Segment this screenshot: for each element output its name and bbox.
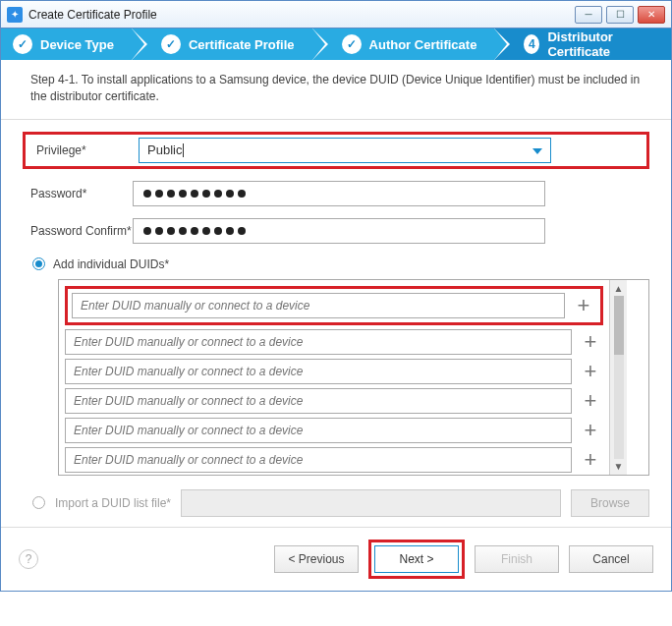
step-label: Device Type (40, 37, 114, 52)
password-confirm-input[interactable] (133, 218, 545, 244)
step-certificate-profile[interactable]: ✓ Certificate Profile (132, 28, 312, 60)
step-label: Author Certificate (369, 37, 477, 52)
maximize-button[interactable]: ☐ (606, 6, 634, 24)
scroll-down-icon: ▼ (614, 461, 624, 472)
wizard-stepper: ✓ Device Type ✓ Certificate Profile ✓ Au… (1, 28, 671, 60)
step-author-certificate[interactable]: ✓ Author Certificate (312, 28, 495, 60)
check-icon: ✓ (13, 34, 32, 54)
app-icon: ✦ (7, 7, 23, 23)
highlight-next: Next > (368, 540, 465, 579)
instruction-text: Step 4-1. To install applications to a S… (1, 60, 671, 120)
import-row: Import a DUID list file* Browse (32, 489, 649, 517)
scroll-up-icon: ▲ (614, 283, 624, 294)
radio-add-label: Add individual DUIDs* (53, 257, 169, 271)
window-buttons: ─ ☐ ✕ (575, 6, 665, 24)
step-label: Certificate Profile (189, 37, 295, 52)
radio-import-label: Import a DUID list file* (55, 496, 171, 510)
titlebar: ✦ Create Certificate Profile ─ ☐ ✕ (1, 1, 671, 28)
chevron-down-icon (532, 148, 542, 154)
import-file-input (181, 489, 561, 517)
add-duid-button[interactable]: + (578, 388, 603, 414)
help-icon[interactable]: ? (19, 549, 38, 569)
add-duid-button[interactable]: + (578, 447, 603, 473)
add-duid-button[interactable]: + (571, 293, 596, 318)
add-duid-button[interactable]: + (578, 359, 603, 384)
radio-add-duid[interactable]: Add individual DUIDs* (32, 257, 649, 271)
check-icon: ✓ (342, 34, 362, 54)
duid-input-5[interactable] (65, 447, 572, 473)
form-area: Privilege* Public Password* Password Con… (1, 120, 671, 527)
radio-icon (32, 257, 45, 270)
privilege-value: Public (147, 142, 182, 157)
next-button[interactable]: Next > (374, 545, 459, 573)
step-number: 4 (524, 34, 539, 54)
highlight-privilege: Privilege* Public (23, 132, 649, 169)
password-input[interactable] (133, 181, 545, 206)
previous-button[interactable]: < Previous (274, 545, 359, 573)
duid-input-1[interactable] (65, 329, 572, 355)
password-label: Password* (23, 187, 133, 200)
password-confirm-label: Password Confirm* (23, 224, 133, 238)
step-device-type[interactable]: ✓ Device Type (1, 28, 132, 60)
privilege-select[interactable]: Public (139, 138, 551, 163)
scrollbar[interactable]: ▲ ▼ (609, 280, 627, 475)
duid-input-4[interactable] (65, 418, 572, 443)
duid-list: + + + + + (59, 280, 609, 475)
duid-panel: + + + + + (58, 279, 649, 476)
footer: ? < Previous Next > Finish Cancel (1, 527, 671, 591)
add-duid-button[interactable]: + (578, 418, 603, 443)
step-distributor-certificate[interactable]: 4 Distributor Certificate (494, 28, 671, 60)
duid-input-3[interactable] (65, 388, 572, 414)
check-icon: ✓ (161, 34, 181, 54)
browse-button: Browse (571, 489, 649, 517)
scroll-track (614, 296, 624, 459)
radio-import[interactable] (32, 496, 45, 509)
step-label: Distributor Certificate (547, 29, 653, 59)
cancel-button[interactable]: Cancel (569, 545, 653, 573)
window-title: Create Certificate Profile (28, 8, 575, 22)
duid-input-0[interactable] (72, 293, 565, 318)
duid-input-2[interactable] (65, 359, 572, 384)
minimize-button[interactable]: ─ (575, 6, 602, 24)
privilege-label: Privilege* (28, 143, 139, 157)
scroll-thumb[interactable] (614, 296, 624, 355)
finish-button: Finish (475, 545, 559, 573)
window-root: ✦ Create Certificate Profile ─ ☐ ✕ ✓ Dev… (0, 0, 672, 592)
close-button[interactable]: ✕ (638, 6, 665, 24)
highlight-first-duid: + (65, 286, 603, 325)
add-duid-button[interactable]: + (578, 329, 603, 355)
